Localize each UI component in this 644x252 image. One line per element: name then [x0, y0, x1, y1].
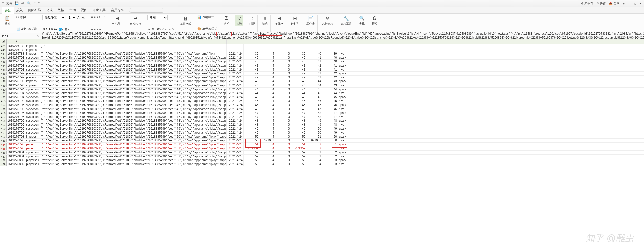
cell[interactable]: 4 — [259, 111, 275, 115]
cell[interactable]: 46 — [244, 103, 259, 107]
row-header[interactable]: 452 — [0, 95, 7, 99]
cell[interactable]: 49 — [291, 127, 306, 131]
cell[interactable]: hive — [338, 131, 353, 135]
cell[interactable]: 0 — [275, 135, 291, 139]
cell[interactable] — [306, 48, 322, 52]
col-G[interactable]: G — [7, 39, 25, 44]
cell[interactable]: sysaction — [25, 107, 40, 111]
cell[interactable]: 40 — [306, 52, 322, 56]
cell[interactable]: 1619276796 — [7, 123, 25, 127]
cell[interactable]: 46 — [322, 107, 338, 111]
row-header[interactable]: 439 — [0, 44, 7, 48]
cell[interactable]: spark — [338, 158, 353, 162]
cell[interactable] — [322, 48, 338, 52]
cell[interactable]: impress — [25, 83, 40, 87]
cell[interactable]: 4 — [259, 155, 275, 158]
cell[interactable]: 2021-4-24 — [227, 146, 244, 150]
cell[interactable]: 40 — [291, 60, 306, 64]
row-header[interactable]: 445 — [0, 68, 7, 72]
cell[interactable]: 45 — [322, 99, 338, 103]
row-header[interactable]: 469 — [0, 162, 7, 166]
cell[interactable]: 4 — [259, 52, 275, 56]
cell[interactable]: 4 — [259, 107, 275, 111]
table-row[interactable]: 4451619276791sysaction{"mt":"eu","logSer… — [0, 68, 644, 72]
cell[interactable]: 4 — [259, 79, 275, 83]
cell[interactable]: 0 — [275, 155, 291, 158]
cell[interactable]: {"mt":"eu","logServerTime":"161927681039… — [40, 83, 227, 87]
cell[interactable]: hive — [338, 146, 353, 150]
dec-inc-icon[interactable]: .0→ — [162, 28, 167, 31]
freeze-button[interactable]: ❄冻结窗格 — [321, 15, 334, 26]
table-row[interactable]: 4671619276801sysaction{"mt":"eu","logSer… — [0, 155, 644, 159]
table-row[interactable]: 4421619276791sysaction{"mt":"eu","logSer… — [0, 56, 644, 60]
cell[interactable]: 52 — [306, 143, 322, 146]
cell[interactable]: 43 — [306, 76, 322, 79]
cell[interactable]: 0 — [275, 119, 291, 123]
cell[interactable]: 1619276796 — [7, 115, 25, 119]
cell[interactable]: 50 — [291, 135, 306, 139]
cell[interactable]: 1619276791 — [7, 64, 25, 68]
row-header[interactable]: 466 — [0, 151, 7, 154]
cell[interactable]: 1619276794 — [7, 91, 25, 95]
cell[interactable] — [291, 44, 306, 48]
cell[interactable]: playersdk — [25, 72, 40, 75]
cell[interactable]: 49 — [291, 131, 306, 135]
cell[interactable]: 0 — [275, 103, 291, 107]
cell[interactable]: 41 — [306, 56, 322, 60]
table-row[interactable]: 4391619276788impress{"mt — [0, 44, 644, 48]
cell[interactable]: spark — [338, 79, 353, 83]
sheet-button[interactable]: 📄工作表 — [305, 15, 316, 26]
cell[interactable]: 2021-4-24 — [227, 119, 244, 123]
table-row[interactable]: 4561619276796sysaction{"mt":"eu","logSer… — [0, 111, 644, 115]
cell[interactable]: 4 — [259, 68, 275, 72]
table-row[interactable]: 4681619276802playersdk{"mt":"eu","logSer… — [0, 158, 644, 162]
row-header[interactable]: 467 — [0, 155, 7, 158]
cell[interactable]: 50 — [322, 135, 338, 139]
row-header[interactable]: 462 — [0, 135, 7, 139]
cell[interactable]: 41 — [322, 68, 338, 72]
row-header[interactable]: 451 — [0, 91, 7, 95]
cell[interactable]: hive — [338, 60, 353, 64]
row-header[interactable]: 468 — [0, 158, 7, 162]
cell-button[interactable]: ⊞单元格 — [274, 15, 284, 26]
cell[interactable]: 4 — [259, 103, 275, 107]
cell[interactable]: 4 — [259, 143, 275, 146]
maximize-icon[interactable]: □ — [635, 2, 636, 5]
cell[interactable]: 52 — [322, 155, 338, 158]
cell[interactable]: 1619276788 — [7, 44, 25, 48]
undo-icon[interactable]: ↶ — [33, 1, 36, 6]
cell[interactable] — [322, 44, 338, 48]
cell[interactable]: 0 — [275, 56, 291, 60]
cell[interactable]: 0 — [275, 88, 291, 91]
cell[interactable]: 44 — [306, 83, 322, 87]
align-mid-icon[interactable]: ≡ — [94, 15, 95, 19]
cell[interactable]: 44 — [322, 88, 338, 91]
table-row[interactable]: 4501619276794sysaction{"mt":"eu","logSer… — [0, 88, 644, 92]
cell[interactable]: 0 — [275, 99, 291, 103]
cell[interactable]: 45 — [306, 88, 322, 91]
bold-icon[interactable]: B — [42, 28, 45, 31]
collab-button[interactable]: ⟲ 协作 — [596, 1, 606, 6]
row-header[interactable]: 465 — [0, 146, 7, 150]
cell[interactable]: {"mt":"eu","logServerTime":"161927681039… — [40, 68, 227, 72]
cell[interactable]: 0 — [275, 115, 291, 119]
row-header[interactable]: 446 — [0, 72, 7, 75]
cell[interactable]: 1619276791 — [7, 60, 25, 64]
cell[interactable]: {"mt":"eu","logServerTime":"161927681039… — [40, 119, 227, 123]
cell[interactable]: 51 — [322, 143, 338, 146]
cell[interactable]: sysaction — [25, 99, 40, 103]
col-I[interactable]: I — [40, 39, 227, 44]
cell[interactable]: 2021-4-24 — [227, 139, 244, 142]
row-header[interactable]: 447 — [0, 76, 7, 79]
font-select[interactable]: 微软雅黑 — [42, 15, 65, 20]
align-left-icon[interactable]: ≡ — [91, 28, 93, 31]
cell[interactable]: 49 — [244, 127, 259, 131]
cell[interactable]: hive — [338, 68, 353, 72]
table-row[interactable]: 4551619276796sysaction{"mt":"eu","logSer… — [0, 107, 644, 111]
cell[interactable]: 42 — [244, 72, 259, 75]
cell[interactable]: 41 — [291, 68, 306, 72]
cell[interactable]: {"mt":"eu","logServerTime":"161927681039… — [40, 151, 227, 154]
cell[interactable]: hive — [338, 155, 353, 158]
cell[interactable]: 50 — [322, 139, 338, 142]
table-row[interactable]: 4641619276798page{"mt":"eu","logServerTi… — [0, 143, 644, 147]
